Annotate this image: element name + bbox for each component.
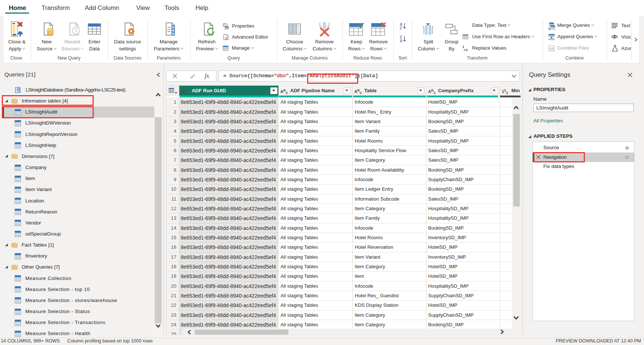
svg-text:2: 2 bbox=[466, 48, 468, 51]
svg-text:1: 1 bbox=[463, 45, 464, 48]
svg-text:Z: Z bbox=[400, 26, 402, 30]
svg-text:A: A bbox=[400, 39, 403, 43]
